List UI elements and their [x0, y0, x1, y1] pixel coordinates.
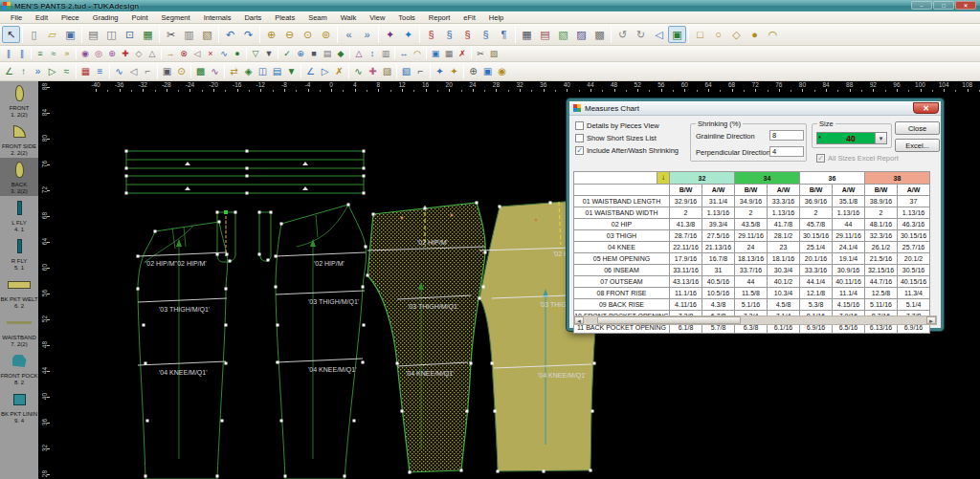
- dialog-title-bar[interactable]: Measures Chart: [569, 101, 941, 116]
- fabric-fill-icon[interactable]: ▣: [668, 26, 686, 43]
- menu-report[interactable]: Report: [422, 13, 457, 22]
- checkbox-box[interactable]: [575, 121, 584, 130]
- add-point-icon[interactable]: ✚: [119, 48, 132, 60]
- corner-tool-icon[interactable]: ◆: [334, 48, 347, 60]
- wave-seg-icon[interactable]: ≈: [59, 64, 74, 78]
- point-tool-b-icon[interactable]: ◎: [92, 48, 105, 60]
- scroll-thumb[interactable]: [597, 316, 741, 324]
- menu-file[interactable]: File: [4, 13, 29, 22]
- spread-tool-icon[interactable]: ↕: [366, 48, 379, 60]
- perpendicular-direction-input[interactable]: 4: [769, 146, 804, 157]
- strip-tool-icon[interactable]: ▥: [379, 48, 392, 60]
- checkbox-box[interactable]: ✓: [575, 146, 584, 155]
- table-view-icon[interactable]: ▦: [442, 48, 456, 60]
- close-button[interactable]: ✕: [955, 1, 976, 10]
- point-tool-a-icon[interactable]: ◉: [78, 48, 92, 60]
- grade-size-1-icon[interactable]: §: [422, 26, 440, 43]
- zoom-window-icon[interactable]: ⊙: [299, 26, 317, 43]
- clear-marks-icon[interactable]: ✗: [456, 48, 469, 60]
- curve-edit-icon[interactable]: ∿: [112, 64, 126, 78]
- size-table-icon[interactable]: ▨: [572, 26, 590, 43]
- gem-tool-icon[interactable]: ◈: [241, 64, 256, 78]
- grid-snap-icon[interactable]: ▣: [429, 48, 442, 60]
- menu-internals[interactable]: Internals: [197, 13, 238, 22]
- menu-help[interactable]: Help: [482, 13, 510, 22]
- redo-icon[interactable]: ↷: [239, 26, 257, 43]
- move-point-icon[interactable]: →: [164, 48, 177, 60]
- extend-seg-icon[interactable]: ▷: [45, 64, 59, 78]
- report-sheet-icon[interactable]: ▤: [536, 26, 554, 43]
- draw-circle-icon[interactable]: ○: [709, 26, 727, 43]
- export-grid-icon[interactable]: ▧: [554, 26, 572, 43]
- save-file-icon[interactable]: ▣: [61, 26, 79, 43]
- menu-edit[interactable]: Edit: [29, 13, 55, 22]
- sidebar-piece-waistband[interactable]: WAISTBAND7. 2(2): [0, 311, 38, 349]
- sidebar-piece-front-side[interactable]: FRONT SIDE2. 2(2): [0, 120, 38, 158]
- corner-mark-icon[interactable]: ⌐: [413, 64, 428, 78]
- fill-region-icon[interactable]: ▩: [193, 64, 208, 78]
- plus-pink-icon[interactable]: ✚: [366, 64, 380, 78]
- seam-allow-a-icon[interactable]: ≡: [33, 48, 47, 60]
- draw-rect-icon[interactable]: □: [691, 26, 709, 43]
- pleat-tool-icon[interactable]: △: [352, 48, 366, 60]
- rotate-left-icon[interactable]: ↺: [613, 26, 632, 43]
- draw-diamond-icon[interactable]: ◇: [727, 26, 746, 43]
- sidebar-piece-back[interactable]: BACK3. 2(2): [0, 158, 38, 196]
- band-tool-icon[interactable]: ▤: [270, 64, 284, 78]
- point-tool-c-icon[interactable]: ⊛: [105, 48, 119, 60]
- dart-close-icon[interactable]: ▼: [262, 48, 276, 60]
- print-icon[interactable]: ▤: [84, 26, 102, 43]
- undo-icon[interactable]: ↶: [221, 26, 239, 43]
- squiggle-icon[interactable]: ∿: [351, 64, 366, 78]
- sidebar-piece-front[interactable]: FRONT1. 2(2): [0, 81, 38, 120]
- shade-box-icon[interactable]: ▨: [380, 64, 394, 78]
- sidebar-piece-front-pock[interactable]: FRONT POCK8. 2: [0, 349, 38, 387]
- sort-arrow-icon[interactable]: ↓: [657, 172, 669, 184]
- zoom-fit-icon[interactable]: ⊚: [317, 26, 335, 43]
- select-tool-icon[interactable]: ↖: [2, 26, 20, 43]
- swap-pieces-icon[interactable]: ⇄: [227, 64, 241, 78]
- delete-point-icon[interactable]: ⊗: [177, 48, 190, 60]
- trim-tool-icon[interactable]: ✂: [474, 48, 487, 60]
- cross-out-icon[interactable]: ✗: [332, 64, 346, 78]
- sidebar-piece-r-fly[interactable]: R FLY5. 1: [0, 234, 38, 272]
- close-button[interactable]: Close: [895, 121, 940, 135]
- flip-piece-icon[interactable]: ◁: [650, 26, 668, 43]
- play-seg-icon[interactable]: ▷: [318, 64, 332, 78]
- dart-open-icon[interactable]: ▽: [249, 48, 262, 60]
- flow-curve-icon[interactable]: ∿: [208, 64, 222, 78]
- notes-doc-icon[interactable]: ▩: [590, 26, 609, 43]
- angle-left-icon[interactable]: ◁: [126, 64, 141, 78]
- menu-view[interactable]: View: [363, 13, 391, 22]
- checkbox-include-after-wash-shrinking[interactable]: ✓Include After/Wash Shrinking: [575, 146, 679, 155]
- dialog-close-button[interactable]: ✕: [913, 102, 939, 114]
- menu-efit[interactable]: eFit: [457, 13, 482, 22]
- menu-grading[interactable]: Grading: [86, 13, 125, 22]
- corner-set-icon[interactable]: ⌐: [141, 64, 155, 78]
- curve-tool-icon[interactable]: ∿: [217, 48, 231, 60]
- checkbox-show-short-sizes-list[interactable]: Show Short Sizes List: [575, 134, 679, 142]
- angle-measure-icon[interactable]: ∠: [303, 64, 318, 78]
- menu-piece[interactable]: Piece: [55, 13, 86, 22]
- excel-export-icon[interactable]: ▦: [139, 26, 157, 43]
- screen-view-icon[interactable]: ⊡: [121, 26, 139, 43]
- walk-tool-icon[interactable]: ↔: [397, 48, 411, 60]
- menu-segment[interactable]: Segment: [155, 13, 197, 22]
- draw-dot-icon[interactable]: ●: [746, 26, 764, 43]
- gold-ring-icon[interactable]: ◉: [495, 64, 509, 78]
- mark-tool-icon[interactable]: △: [145, 48, 159, 60]
- menu-pleats[interactable]: Pleats: [268, 13, 301, 22]
- checkbox-details-by-pieces-view[interactable]: Details by Pieces View: [575, 121, 679, 130]
- size-header-34[interactable]: 34: [735, 172, 800, 185]
- panel-tool-icon[interactable]: ▤: [321, 48, 334, 60]
- grade-size-4-icon[interactable]: §: [477, 26, 495, 43]
- smooth-tool-icon[interactable]: ●: [231, 48, 244, 60]
- draw-arc-icon[interactable]: ◠: [764, 26, 782, 43]
- scroll-track[interactable]: [584, 316, 926, 324]
- sidebar-piece-bk-pkt-linin[interactable]: BK PKT LININ9. 4: [0, 387, 38, 425]
- notch-tool-icon[interactable]: ◇: [132, 48, 145, 60]
- grainline-direction-input[interactable]: 8: [769, 130, 804, 141]
- fast-forward-icon[interactable]: »: [31, 64, 45, 78]
- open-folder-icon[interactable]: ▱: [43, 26, 61, 43]
- copy-icon[interactable]: ▥: [180, 26, 198, 43]
